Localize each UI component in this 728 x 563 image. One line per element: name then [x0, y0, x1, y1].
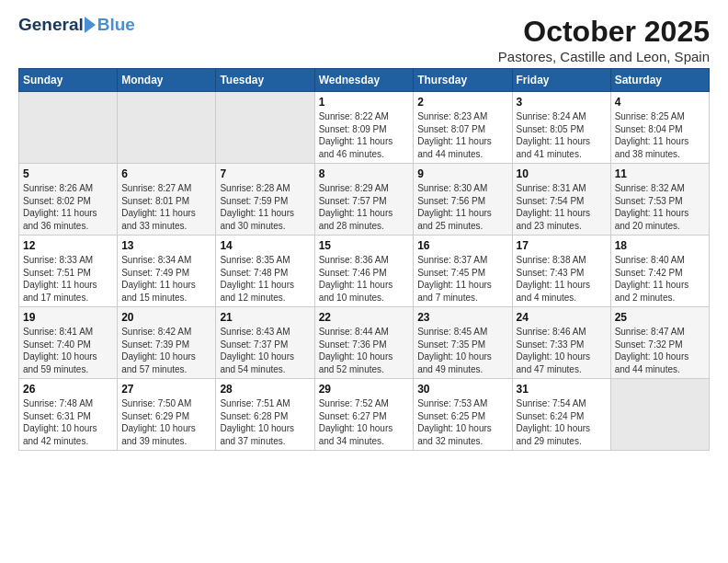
logo-word1: General: [18, 15, 84, 35]
day-number: 3: [517, 96, 607, 109]
day-info: Sunrise: 8:27 AM Sunset: 8:01 PM Dayligh…: [121, 182, 211, 232]
calendar-header-row: Sunday Monday Tuesday Wednesday Thursday…: [19, 69, 710, 92]
day-number: 4: [615, 96, 705, 109]
table-row: [118, 92, 216, 164]
table-row: 4Sunrise: 8:25 AM Sunset: 8:04 PM Daylig…: [610, 92, 709, 164]
col-monday: Monday: [118, 69, 216, 92]
table-row: [216, 92, 314, 164]
day-info: Sunrise: 8:46 AM Sunset: 7:33 PM Dayligh…: [517, 326, 607, 375]
table-row: 26Sunrise: 7:48 AM Sunset: 6:31 PM Dayli…: [19, 379, 118, 451]
table-row: 11Sunrise: 8:32 AM Sunset: 7:53 PM Dayli…: [610, 164, 709, 236]
day-number: 20: [121, 311, 211, 324]
col-sunday: Sunday: [19, 69, 118, 92]
col-tuesday: Tuesday: [216, 69, 314, 92]
col-saturday: Saturday: [610, 69, 709, 92]
table-row: 23Sunrise: 8:45 AM Sunset: 7:35 PM Dayli…: [414, 307, 512, 379]
day-number: 25: [615, 311, 705, 324]
table-row: 18Sunrise: 8:40 AM Sunset: 7:42 PM Dayli…: [610, 236, 709, 307]
day-info: Sunrise: 8:40 AM Sunset: 7:42 PM Dayligh…: [615, 254, 705, 304]
day-info: Sunrise: 8:38 AM Sunset: 7:43 PM Dayligh…: [517, 254, 607, 304]
table-row: 12Sunrise: 8:33 AM Sunset: 7:51 PM Dayli…: [19, 236, 118, 307]
table-row: 10Sunrise: 8:31 AM Sunset: 7:54 PM Dayli…: [512, 164, 610, 236]
day-number: 19: [23, 311, 113, 324]
day-number: 22: [319, 311, 410, 324]
day-number: 10: [517, 167, 607, 180]
table-row: 3Sunrise: 8:24 AM Sunset: 8:05 PM Daylig…: [512, 92, 610, 164]
day-number: 7: [220, 167, 310, 180]
table-row: [19, 92, 118, 164]
day-number: 9: [417, 167, 507, 180]
table-row: 8Sunrise: 8:29 AM Sunset: 7:57 PM Daylig…: [314, 164, 414, 236]
table-row: 15Sunrise: 8:36 AM Sunset: 7:46 PM Dayli…: [314, 236, 414, 307]
day-info: Sunrise: 8:37 AM Sunset: 7:45 PM Dayligh…: [417, 254, 507, 304]
day-info: Sunrise: 8:33 AM Sunset: 7:51 PM Dayligh…: [23, 254, 113, 304]
day-number: 2: [417, 96, 507, 109]
table-row: 25Sunrise: 8:47 AM Sunset: 7:32 PM Dayli…: [610, 307, 709, 379]
day-info: Sunrise: 8:26 AM Sunset: 8:02 PM Dayligh…: [23, 182, 113, 232]
table-row: 31Sunrise: 7:54 AM Sunset: 6:24 PM Dayli…: [512, 379, 610, 451]
table-row: 28Sunrise: 7:51 AM Sunset: 6:28 PM Dayli…: [216, 379, 314, 451]
table-row: 19Sunrise: 8:41 AM Sunset: 7:40 PM Dayli…: [19, 307, 118, 379]
table-row: 20Sunrise: 8:42 AM Sunset: 7:39 PM Dayli…: [118, 307, 216, 379]
day-number: 23: [417, 311, 507, 324]
day-number: 29: [319, 383, 410, 396]
table-row: 7Sunrise: 8:28 AM Sunset: 7:59 PM Daylig…: [216, 164, 314, 236]
col-wednesday: Wednesday: [314, 69, 414, 92]
day-info: Sunrise: 8:45 AM Sunset: 7:35 PM Dayligh…: [417, 326, 507, 375]
day-number: 12: [23, 239, 113, 252]
day-number: 14: [220, 239, 310, 252]
day-number: 17: [517, 239, 607, 252]
main-title: October 2025: [498, 15, 710, 49]
table-row: 5Sunrise: 8:26 AM Sunset: 8:02 PM Daylig…: [19, 164, 118, 236]
day-info: Sunrise: 8:47 AM Sunset: 7:32 PM Dayligh…: [615, 326, 705, 375]
day-number: 6: [121, 167, 211, 180]
day-number: 15: [319, 239, 410, 252]
table-row: 30Sunrise: 7:53 AM Sunset: 6:25 PM Dayli…: [414, 379, 512, 451]
day-info: Sunrise: 7:50 AM Sunset: 6:29 PM Dayligh…: [121, 397, 211, 447]
calendar-week-row: 5Sunrise: 8:26 AM Sunset: 8:02 PM Daylig…: [19, 164, 710, 236]
day-info: Sunrise: 8:28 AM Sunset: 7:59 PM Dayligh…: [220, 182, 310, 232]
day-info: Sunrise: 8:42 AM Sunset: 7:39 PM Dayligh…: [121, 326, 211, 375]
day-info: Sunrise: 8:32 AM Sunset: 7:53 PM Dayligh…: [615, 182, 705, 232]
day-info: Sunrise: 8:44 AM Sunset: 7:36 PM Dayligh…: [319, 326, 410, 375]
day-number: 27: [121, 383, 211, 396]
table-row: 14Sunrise: 8:35 AM Sunset: 7:48 PM Dayli…: [216, 236, 314, 307]
day-number: 5: [23, 167, 113, 180]
day-number: 13: [121, 239, 211, 252]
day-number: 8: [319, 167, 410, 180]
day-info: Sunrise: 7:48 AM Sunset: 6:31 PM Dayligh…: [23, 397, 113, 447]
col-friday: Friday: [512, 69, 610, 92]
logo-chevron-icon: [85, 17, 96, 33]
day-info: Sunrise: 8:34 AM Sunset: 7:49 PM Dayligh…: [121, 254, 211, 304]
table-row: 21Sunrise: 8:43 AM Sunset: 7:37 PM Dayli…: [216, 307, 314, 379]
day-info: Sunrise: 7:54 AM Sunset: 6:24 PM Dayligh…: [517, 397, 607, 447]
page: General Blue October 2025 Pastores, Cast…: [0, 0, 728, 460]
day-info: Sunrise: 8:43 AM Sunset: 7:37 PM Dayligh…: [220, 326, 310, 375]
table-row: 29Sunrise: 7:52 AM Sunset: 6:27 PM Dayli…: [314, 379, 414, 451]
day-info: Sunrise: 7:53 AM Sunset: 6:25 PM Dayligh…: [417, 397, 507, 447]
day-info: Sunrise: 8:30 AM Sunset: 7:56 PM Dayligh…: [417, 182, 507, 232]
day-info: Sunrise: 8:22 AM Sunset: 8:09 PM Dayligh…: [319, 110, 410, 160]
day-info: Sunrise: 8:25 AM Sunset: 8:04 PM Dayligh…: [615, 110, 705, 160]
table-row: 13Sunrise: 8:34 AM Sunset: 7:49 PM Dayli…: [118, 236, 216, 307]
day-info: Sunrise: 8:41 AM Sunset: 7:40 PM Dayligh…: [23, 326, 113, 375]
day-info: Sunrise: 8:36 AM Sunset: 7:46 PM Dayligh…: [319, 254, 410, 304]
day-number: 11: [615, 167, 705, 180]
logo: General Blue: [18, 15, 135, 35]
day-info: Sunrise: 8:31 AM Sunset: 7:54 PM Dayligh…: [517, 182, 607, 232]
day-number: 31: [517, 383, 607, 396]
table-row: 2Sunrise: 8:23 AM Sunset: 8:07 PM Daylig…: [414, 92, 512, 164]
day-info: Sunrise: 8:24 AM Sunset: 8:05 PM Dayligh…: [517, 110, 607, 160]
day-number: 16: [417, 239, 507, 252]
col-thursday: Thursday: [414, 69, 512, 92]
day-number: 28: [220, 383, 310, 396]
day-number: 26: [23, 383, 113, 396]
title-block: October 2025 Pastores, Castille and Leon…: [498, 15, 710, 64]
header: General Blue October 2025 Pastores, Cast…: [18, 15, 710, 64]
day-info: Sunrise: 7:52 AM Sunset: 6:27 PM Dayligh…: [319, 397, 410, 447]
day-number: 1: [319, 96, 410, 109]
subtitle: Pastores, Castille and Leon, Spain: [498, 49, 710, 64]
day-number: 30: [417, 383, 507, 396]
table-row: 24Sunrise: 8:46 AM Sunset: 7:33 PM Dayli…: [512, 307, 610, 379]
calendar-week-row: 26Sunrise: 7:48 AM Sunset: 6:31 PM Dayli…: [19, 379, 710, 451]
